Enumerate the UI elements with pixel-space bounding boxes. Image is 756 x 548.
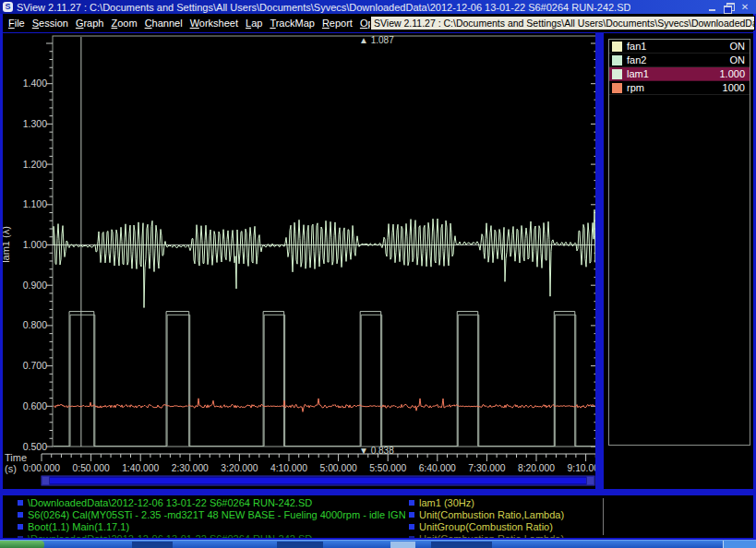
channel-info-panel: lam1 (30Hz) Unit(Combustion Ratio,Lambda… [409,496,750,538]
bullet-icon [409,512,414,518]
x-tick-label: 5:50.000 [369,463,406,473]
close-icon[interactable]: ✕ [739,3,750,11]
y-tick-label: 1.200 [23,159,47,170]
channel-panel: fan1 ON fan2 ON lam1 1.000 rpm 1000 [604,33,753,489]
menu-item[interactable]: Session [30,18,71,29]
scrollbar-right-arrow-icon[interactable] [587,477,594,485]
channel-value: ON [730,54,750,66]
log-info-panel: \DownloadedData\2012-12-06 13-01-22 S6#0… [18,496,405,538]
window-controls: ✕ [708,3,756,11]
taskbar-button-active[interactable] [390,542,415,548]
menu-item[interactable]: File [6,18,28,29]
status-text: lam1 (30Hz) [419,497,474,508]
bullet-icon [409,536,414,539]
status-line: Unit(Combustion Ratio,Lambda) [409,532,750,538]
bullet-icon [18,512,23,518]
channel-value: 1000 [723,82,750,93]
y-tick-label: 1.100 [23,198,47,209]
time-scrollbar-thumb[interactable] [50,478,586,484]
x-tick-label: 3:20.000 [221,463,258,473]
menu-item[interactable]: Worksheet [187,18,241,29]
y-tick-label: 0.500 [23,441,47,452]
min-value-marker: ▼ 0.838 [359,446,394,456]
menu-item[interactable]: Channel [142,18,186,29]
y-tick-label: 0.600 [23,400,47,411]
app-logo-icon: S [3,2,13,12]
lam1-trace [54,209,595,307]
x-tick-label: 7:30.000 [468,463,505,473]
channel-row[interactable]: lam1 1.000 [609,67,750,81]
title-bar[interactable]: S SView 2.11.27 : C:\Documents and Setti… [0,0,756,14]
channel-name: fan2 [627,54,730,66]
y-tick-label: 1.300 [23,118,47,129]
x-tick-label: 0:50.000 [73,463,110,473]
bullet-icon [409,524,414,530]
channel-color-swatch [612,83,622,93]
taskbar-button[interactable] [277,542,323,548]
x-tick-label: 0:00.000 [23,463,60,473]
status-line: \DownloadedData\2012-12-06 13-01-22 S6#0… [18,532,405,538]
y-tick-label: 0.900 [23,280,47,291]
status-line: S6(0264) Cal(MY05STi - 2.35 -md321T 48 N… [18,508,405,520]
fan1-trace [54,312,595,447]
menu-item[interactable]: Report [319,18,355,29]
status-line: UnitGroup(Combustion Ratio) [409,520,750,532]
chart-canvas[interactable]: 1.4001.3001.2001.1001.0000.9000.8000.700… [3,33,595,489]
status-text: UnitGroup(Combustion Ratio) [419,521,553,532]
channel-row[interactable]: fan1 ON [609,40,750,54]
menu-item[interactable]: Lap [243,18,265,29]
channel-name: fan1 [627,41,730,52]
menu-item[interactable]: Graph [73,18,107,29]
x-tick-label: 5:00.000 [320,463,357,473]
y-axis-title: lam1 (λ) [3,226,11,263]
status-line: Unit(Combustion Ratio,Lambda) [409,508,750,520]
status-text: Unit(Combustion Ratio,Lambda) [419,509,564,520]
menu-item[interactable]: TrackMap [267,18,318,29]
scrollbar-left-arrow-icon[interactable] [42,477,50,485]
minimize-icon[interactable] [708,3,718,11]
start-button[interactable] [0,541,44,548]
channel-color-swatch [612,69,622,79]
system-tray[interactable] [723,541,756,548]
window-title: SView 2.11.27 : C:\Documents and Setting… [17,2,630,13]
channel-value: ON [730,41,750,52]
status-line: lam1 (30Hz) [409,496,750,508]
x-tick-label: 9:10.000 [568,463,595,473]
status-line: \DownloadedData\2012-12-06 13-01-22 S6#0… [18,496,405,508]
channel-color-swatch [612,55,622,66]
taskbar[interactable] [0,540,756,548]
rpm-trace [54,399,595,412]
channel-row[interactable]: fan2 ON [609,54,750,67]
channel-row[interactable]: rpm 1000 [609,81,750,95]
y-tick-label: 1.400 [23,77,47,89]
tooltip: SView 2.11.27 : C:\Documents and Setting… [370,16,755,30]
restore-icon[interactable] [724,3,734,11]
x-axis-title-units: (s) [5,463,17,474]
y-tick-label: 0.800 [23,319,47,330]
status-text: \DownloadedData\2012-12-06 13-01-22 S6#0… [28,533,312,539]
taskbar-button[interactable] [132,542,173,548]
x-tick-label: 4:10.000 [270,463,307,473]
taskbar-button[interactable] [431,542,492,548]
status-text: \DownloadedData\2012-12-06 13-01-22 S6#0… [28,497,312,508]
y-tick-label: 1.000 [23,239,47,250]
x-tick-label: 8:20.000 [518,463,555,473]
status-line: Boot(1.1) Main(1.17.1) [18,520,405,532]
channel-value: 1.000 [719,68,750,79]
bullet-icon [18,536,23,539]
graph-region[interactable]: 1.4001.3001.2001.1001.0000.9000.8000.700… [3,33,595,489]
y-tick-label: 0.700 [23,360,47,371]
status-text: Unit(Combustion Ratio,Lambda) [419,533,564,539]
status-text: S6(0264) Cal(MY05STi - 2.35 -md321T 48 N… [28,509,405,520]
menu-item[interactable]: Zoom [108,18,139,29]
x-tick-label: 6:40.000 [419,463,456,473]
status-text: Boot(1.1) Main(1.17.1) [28,521,129,532]
channel-name: rpm [627,82,723,93]
channel-color-swatch [612,42,622,52]
bullet-icon [18,500,23,506]
bullet-icon [18,524,23,530]
x-tick-label: 1:40.000 [122,463,159,473]
fan2-trace [54,315,595,446]
status-strip: \DownloadedData\2012-12-06 13-01-22 S6#0… [3,495,753,538]
x-tick-label: 2:30.000 [172,463,209,473]
